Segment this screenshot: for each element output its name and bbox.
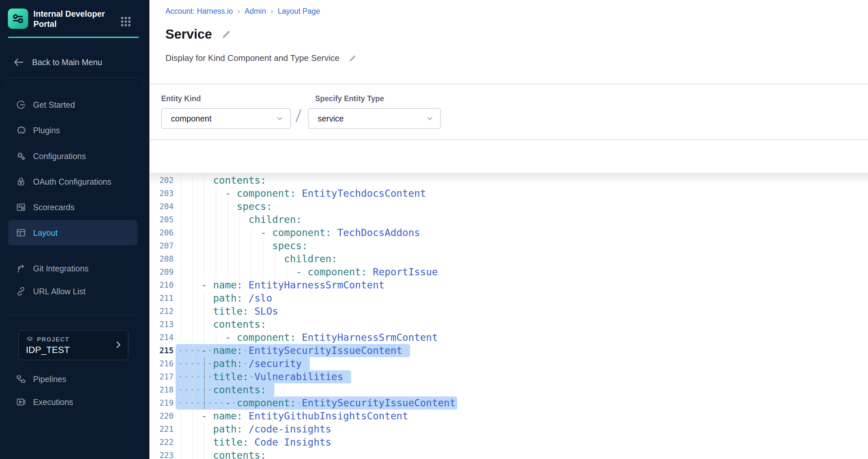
yaml-value: EntitySecurityIssueContent (302, 397, 456, 408)
code-line[interactable]: 205 children: (150, 213, 868, 226)
sidebar-item-configurations[interactable]: Configurations (8, 143, 137, 169)
yaml-editor[interactable]: 202 contents:203 - component: EntityTech… (150, 174, 868, 459)
whitespace-dots: ······ (178, 358, 213, 369)
sidebar-item-layout[interactable]: Layout (8, 220, 137, 245)
code-line[interactable]: 214 - component: EntityHarnessSrmContent (150, 331, 868, 344)
app-title: Internal Developer Portal (33, 9, 119, 29)
plugins-icon (16, 125, 27, 136)
line-number: 205 (157, 213, 174, 226)
edit-title-pencil-icon[interactable] (220, 29, 231, 40)
sidebar-item-get-started[interactable]: Get Started (8, 92, 137, 118)
yaml-key: component: (237, 397, 296, 408)
code-text: - name: EntityGithubInsightsContent (178, 409, 408, 423)
layers-icon (26, 335, 34, 343)
whitespace-dots: ···· (178, 345, 201, 356)
code-line[interactable]: 207 specs: (150, 239, 868, 253)
yaml-key: contents: (213, 450, 266, 459)
whitespace-dots (178, 201, 237, 212)
form-divider (150, 139, 868, 140)
whitespace-dots (178, 319, 213, 330)
code-line[interactable]: 218······contents: (150, 383, 868, 396)
code-line[interactable]: 213 contents: (150, 318, 868, 331)
whitespace-dots (243, 279, 249, 291)
code-line[interactable]: 221 path: /code-insights (150, 423, 868, 436)
project-selector-card[interactable]: PROJECT IDP_TEST (18, 330, 128, 360)
yaml-key: - (201, 410, 207, 422)
code-line[interactable]: 206 - component: TechDocsAddons (150, 226, 868, 239)
project-label: PROJECT (37, 336, 69, 343)
chevron-right-icon (114, 340, 123, 349)
yaml-key: name: (213, 345, 242, 356)
sidebar-item-executions[interactable]: Executions (8, 389, 137, 415)
whitespace-dots (178, 292, 213, 304)
sidebar-item-oauth-configurations[interactable]: OAuth Configurations (8, 169, 137, 194)
sidebar-item-label: Configurations (33, 152, 86, 161)
entity-type-dropdown[interactable]: service (308, 108, 441, 129)
breadcrumb-separator: › (271, 6, 273, 16)
line-number: 215 (157, 344, 174, 357)
breadcrumb-link[interactable]: Layout Page (278, 7, 320, 16)
get-started-icon (16, 99, 27, 110)
sidebar-divider (8, 315, 139, 315)
sidebar-item-pipelines[interactable]: Pipelines (8, 366, 137, 392)
code-text: ······title:·Vulnerabilities (178, 370, 343, 383)
back-to-main-menu-label: Back to Main Menu (32, 58, 102, 67)
yaml-key: - (260, 227, 266, 238)
yaml-key: contents: (213, 319, 266, 330)
sidebar-item-plugins[interactable]: Plugins (8, 118, 137, 143)
whitespace-dots (231, 188, 237, 199)
entity-kind-label: Entity Kind (161, 94, 201, 103)
app-switcher-grid-icon[interactable] (119, 14, 133, 29)
entity-type-label: Specify Entity Type (315, 94, 384, 103)
code-line[interactable]: 215····-·name:·EntitySecurityIssueConten… (150, 344, 868, 357)
code-line[interactable]: 208 children: (150, 253, 868, 265)
code-line[interactable]: 211 path: /slo (150, 292, 868, 305)
whitespace-dots: ······ (178, 384, 213, 395)
code-text: title: Code Insights (178, 436, 332, 449)
code-line[interactable]: 210 - name: EntityHarnessSrmContent (150, 278, 868, 292)
yaml-key: title: (213, 371, 248, 383)
yaml-key: contents: (213, 174, 266, 186)
breadcrumb-link[interactable]: Account: Harness.io (165, 7, 233, 16)
code-line[interactable]: 216······path:·/security (150, 357, 868, 370)
code-line[interactable]: 203 - component: EntityTechdocsContent (150, 187, 868, 200)
code-line[interactable]: 212 title: SLOs (150, 305, 868, 318)
sidebar-item-label: Scorecards (33, 203, 74, 212)
entity-kind-dropdown[interactable]: component (161, 108, 291, 129)
code-line[interactable]: 222 title: Code Insights (150, 436, 868, 449)
page-title: Service (165, 27, 212, 41)
whitespace-dots (178, 240, 272, 252)
sidebar-item-label: Layout (33, 228, 58, 238)
code-text: ········-·component:·EntitySecurityIssue… (178, 396, 456, 409)
line-number: 208 (157, 253, 174, 265)
code-line[interactable]: 209 - component: ReportIssue (150, 265, 868, 278)
edit-subtitle-pencil-icon[interactable] (348, 54, 357, 63)
pipelines-icon (16, 373, 27, 385)
sidebar-item-scorecards[interactable]: Scorecards (8, 194, 137, 220)
yaml-value: Code Insights (254, 436, 332, 448)
entity-kind-value: component (171, 114, 212, 124)
yaml-value: EntitySecurityIssueContent (249, 345, 403, 356)
code-text: - component: ReportIssue (178, 265, 438, 278)
code-line[interactable]: 202 contents: (150, 174, 868, 187)
code-line[interactable]: 219········-·component:·EntitySecurityIs… (150, 396, 868, 409)
code-line[interactable]: 223 contents: (150, 449, 868, 459)
sidebar-item-url-allow-list[interactable]: URL Allow List (8, 278, 137, 304)
code-line[interactable]: 204 specs: (150, 200, 868, 213)
code-line[interactable]: 217······title:·Vulnerabilities (150, 370, 868, 383)
sidebar-item-git-integrations[interactable]: Git Integrations (8, 256, 137, 281)
breadcrumb-link[interactable]: Admin (245, 7, 266, 16)
whitespace-dots (178, 266, 296, 277)
whitespace-dots (332, 227, 337, 238)
yaml-value: EntityHarnessSrmContent (249, 279, 384, 291)
back-to-main-menu-button[interactable]: Back to Main Menu (0, 50, 149, 75)
whitespace-dots (243, 410, 249, 422)
sidebar-item-label: Git Integrations (33, 264, 89, 273)
code-text: specs: (178, 200, 272, 213)
line-number: 220 (157, 409, 174, 423)
yaml-value: /code-insights (249, 423, 332, 435)
code-line[interactable]: 220 - name: EntityGithubInsightsContent (150, 409, 868, 423)
code-text: path: /slo (178, 292, 272, 305)
sidebar-accent-bar (8, 37, 139, 38)
code-text: contents: (178, 449, 266, 459)
